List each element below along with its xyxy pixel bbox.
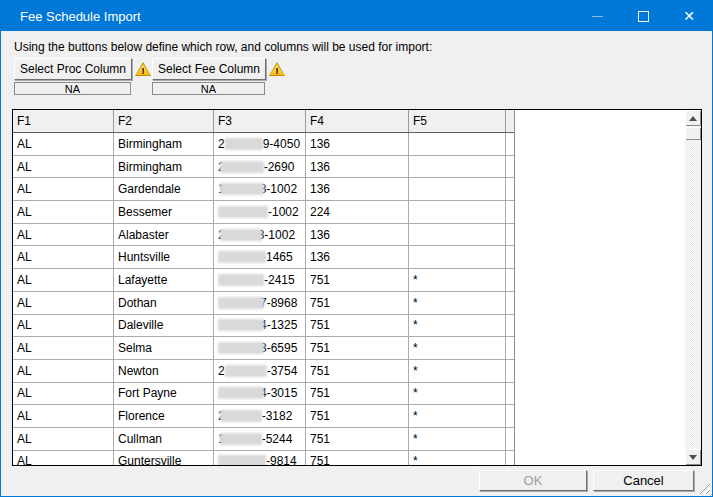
table-row[interactable]: ALHuntsville-1465136	[13, 246, 514, 269]
table-cell: Lafayette	[114, 269, 214, 291]
column-header-f5[interactable]: F5	[409, 110, 506, 132]
table-row[interactable]: ALGardendale13-1002136	[13, 178, 514, 201]
table-cell: 2-3182	[214, 405, 306, 427]
table-cell: AL	[13, 178, 114, 200]
table-cell: Alabaster	[114, 224, 214, 246]
table-cell: AL	[13, 360, 114, 382]
table-cell	[506, 428, 514, 450]
table-cell: 136	[306, 246, 409, 268]
table-cell: 751	[306, 360, 409, 382]
table-cell: 751	[306, 337, 409, 359]
table-cell: Selma	[114, 337, 214, 359]
resize-grip-icon[interactable]	[697, 481, 710, 494]
caption-buttons: ✕	[574, 1, 712, 31]
table-cell	[506, 178, 514, 200]
table-cell: AL	[13, 269, 114, 291]
table-cell	[506, 315, 514, 337]
select-proc-column-button[interactable]: Select Proc Column	[14, 58, 132, 80]
table-cell: -1465	[214, 246, 306, 268]
table-cell: *	[409, 269, 506, 291]
table-cell	[409, 156, 506, 178]
maximize-button[interactable]	[620, 1, 666, 31]
warning-icon: !	[269, 62, 285, 76]
table-cell: *	[409, 292, 506, 314]
table-cell: AL	[13, 405, 114, 427]
table-cell: Cullman	[114, 428, 214, 450]
table-row[interactable]: ALAlabaster23-1002136	[13, 224, 514, 247]
table-cell: Dothan	[114, 292, 214, 314]
vertical-scrollbar[interactable]	[685, 110, 701, 465]
redaction-blur	[220, 183, 264, 195]
table-cell: 136	[306, 178, 409, 200]
table-cell: Birmingham	[114, 156, 214, 178]
table-cell: 751	[306, 315, 409, 337]
table-cell	[506, 405, 514, 427]
redaction-blur	[218, 251, 266, 263]
table-cell: AL	[13, 451, 114, 466]
ok-button[interactable]: OK	[479, 470, 587, 491]
table-cell: Fort Payne	[114, 383, 214, 405]
table-row[interactable]: ALGuntersville-9814751*	[13, 451, 514, 466]
table-cell: 136	[306, 156, 409, 178]
table-cell: 751	[306, 383, 409, 405]
column-header-f2[interactable]: F2	[114, 110, 214, 132]
table-cell: Newton	[114, 360, 214, 382]
table-row[interactable]: ALBessemer-1002224	[13, 201, 514, 224]
table-row[interactable]: ALFort Payne4-3015751*	[13, 383, 514, 406]
redaction-blur	[225, 138, 263, 150]
scroll-down-icon	[689, 455, 697, 460]
redaction-blur	[220, 433, 262, 445]
table-cell: Bessemer	[114, 201, 214, 223]
table-row[interactable]: ALNewton2-3754751*	[13, 360, 514, 383]
minimize-button[interactable]	[574, 1, 620, 31]
table-cell: AL	[13, 292, 114, 314]
select-fee-column-button[interactable]: Select Fee Column	[152, 58, 266, 80]
table-row[interactable]: ALSelma3-6595751*	[13, 337, 514, 360]
column-header-f3[interactable]: F3	[214, 110, 306, 132]
table-cell	[506, 246, 514, 268]
table-row[interactable]: ALDothan7-8968751*	[13, 292, 514, 315]
close-icon: ✕	[683, 9, 695, 23]
cancel-button[interactable]: Cancel	[593, 470, 694, 491]
table-cell	[409, 178, 506, 200]
table-cell	[409, 246, 506, 268]
grid-body: ALBirmingham29-4050136ALBirmingham2-2690…	[13, 133, 514, 466]
table-row[interactable]: ALDaleville4-1325751*	[13, 315, 514, 338]
table-cell: *	[409, 315, 506, 337]
scroll-up-button[interactable]	[685, 110, 701, 126]
table-cell: AL	[13, 133, 114, 155]
page-title: Fee Schedule Import	[20, 9, 141, 24]
table-cell: AL	[13, 224, 114, 246]
grid-columns-area: F1 F2 F3 F4 F5 ALBirmingham29-4050136ALB…	[13, 110, 515, 466]
warning-exclamation: !	[269, 66, 285, 76]
redaction-blur	[218, 319, 264, 331]
table-cell: *	[409, 405, 506, 427]
table-row[interactable]: ALLafayette-2415751*	[13, 269, 514, 292]
table-cell: 751	[306, 405, 409, 427]
table-cell: AL	[13, 246, 114, 268]
table-cell: 7-8968	[214, 292, 306, 314]
redaction-blur	[218, 342, 264, 354]
column-header-f1[interactable]: F1	[13, 110, 114, 132]
table-cell: 4-1325	[214, 315, 306, 337]
table-row[interactable]: ALBirmingham29-4050136	[13, 133, 514, 156]
column-header-f4[interactable]: F4	[306, 110, 409, 132]
grid-header-row: F1 F2 F3 F4 F5	[13, 110, 514, 133]
table-cell: -2415	[214, 269, 306, 291]
titlebar[interactable]: Fee Schedule Import ✕	[1, 1, 712, 31]
scrollbar-thumb[interactable]	[685, 127, 701, 140]
table-row[interactable]: ALFlorence2-3182751*	[13, 405, 514, 428]
fee-schedule-import-dialog: Fee Schedule Import ✕ Using the buttons …	[0, 0, 713, 497]
table-row[interactable]: ALCullman1-5244751*	[13, 428, 514, 451]
redaction-blur	[218, 455, 266, 466]
table-cell: AL	[13, 337, 114, 359]
table-cell: Birmingham	[114, 133, 214, 155]
redaction-blur	[220, 229, 262, 241]
redaction-blur	[225, 365, 267, 377]
table-cell: 224	[306, 201, 409, 223]
table-cell	[506, 201, 514, 223]
table-cell: Huntsville	[114, 246, 214, 268]
close-button[interactable]: ✕	[666, 1, 712, 31]
table-row[interactable]: ALBirmingham2-2690136	[13, 156, 514, 179]
scroll-down-button[interactable]	[685, 449, 701, 465]
